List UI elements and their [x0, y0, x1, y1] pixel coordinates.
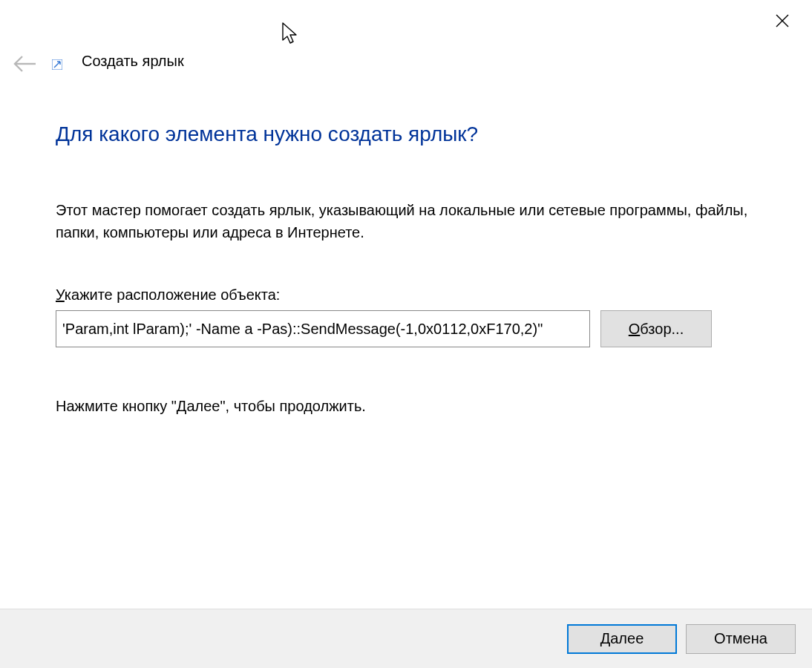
description-text: Этот мастер помогает создать ярлык, указ…	[56, 199, 753, 243]
location-label: Укажите расположение объекта:	[56, 286, 280, 304]
close-icon	[776, 14, 789, 27]
footer-bar: Далее Отмена	[0, 609, 812, 668]
next-button[interactable]: Далее	[567, 624, 677, 654]
back-arrow-icon	[13, 55, 37, 73]
cursor-icon	[282, 22, 300, 49]
shortcut-icon	[52, 59, 62, 70]
location-input[interactable]	[56, 310, 590, 347]
wizard-title: Создать ярлык	[82, 53, 184, 70]
location-label-text: кажите расположение объекта:	[65, 286, 281, 303]
page-heading: Для какого элемента нужно создать ярлык?	[56, 122, 478, 146]
access-key-underline: У	[56, 286, 65, 303]
instruction-text: Нажмите кнопку "Далее", чтобы продолжить…	[56, 398, 366, 415]
close-button[interactable]	[770, 9, 794, 33]
browse-button[interactable]: Обзор...	[600, 310, 712, 347]
cancel-button[interactable]: Отмена	[686, 624, 796, 654]
browse-button-label: бзор...	[640, 321, 684, 337]
svg-marker-4	[283, 23, 296, 43]
browse-access-key: О	[629, 321, 641, 337]
back-button	[13, 55, 37, 76]
